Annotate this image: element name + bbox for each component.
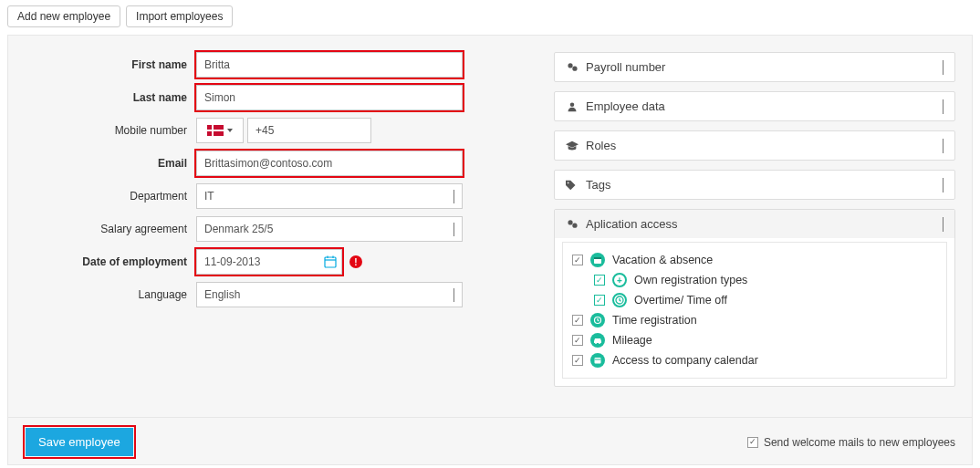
add-employee-button[interactable]: Add new employee	[7, 5, 120, 27]
panel-payroll-number: Payroll number	[554, 52, 955, 82]
chevron-down-icon	[943, 60, 944, 74]
label-date: Date of employment	[25, 255, 196, 268]
plus-circle-icon: +	[612, 273, 627, 287]
access-label: Time registration	[612, 314, 697, 327]
chevron-down-icon	[943, 139, 944, 152]
chevron-down-icon	[943, 178, 944, 192]
panel-title: Tags	[586, 178, 610, 192]
phone-input-group	[196, 118, 371, 143]
main-form-area: First name Last name Mobile number Email…	[7, 35, 973, 418]
date-input-wrap	[196, 249, 342, 275]
save-employee-button[interactable]: Save employee	[26, 428, 133, 456]
save-button-highlight: Save employee	[25, 427, 134, 457]
country-code-selector[interactable]	[196, 118, 244, 143]
label-email: Email	[25, 157, 196, 170]
language-select[interactable]: English	[196, 282, 463, 307]
panel-header-tags[interactable]: Tags	[555, 171, 954, 199]
top-button-bar: Add new employee Import employees	[0, 0, 980, 35]
access-row-calendar: Access to company calendar	[572, 350, 937, 370]
access-label: Overtime/ Time off	[634, 294, 727, 307]
department-value: IT	[204, 190, 214, 203]
first-name-input[interactable]	[196, 52, 463, 78]
svg-point-15	[599, 342, 600, 344]
label-salary: Salary agreement	[25, 223, 196, 235]
footer-bar: Save employee Send welcome mails to new …	[7, 418, 973, 465]
label-first-name: First name	[25, 58, 196, 71]
panel-header-app-access[interactable]: Aplication access	[555, 210, 954, 238]
car-icon	[590, 333, 605, 348]
row-date: Date of employment !	[25, 249, 517, 275]
checkbox-send-welcome[interactable]	[747, 437, 758, 448]
row-first-name: First name	[25, 52, 517, 78]
checkbox-own-reg[interactable]	[594, 275, 605, 286]
panel-application-access: Aplication access Vacation & absence + O…	[554, 209, 955, 387]
access-label: Access to company calendar	[612, 354, 758, 367]
svg-point-14	[595, 342, 597, 344]
access-row-mileage: Mileage	[572, 330, 937, 350]
access-label: Own registration types	[634, 274, 747, 286]
denmark-flag-icon	[207, 125, 224, 136]
svg-point-4	[568, 63, 572, 68]
panel-employee-data: Employee data	[554, 91, 955, 121]
svg-point-5	[572, 67, 577, 71]
panel-header-employee-data[interactable]: Employee data	[555, 92, 954, 120]
label-department: Department	[25, 190, 196, 203]
checkbox-mileage[interactable]	[572, 335, 583, 346]
svg-point-6	[570, 102, 575, 107]
graduation-cap-icon	[566, 140, 579, 151]
chevron-down-icon	[227, 129, 233, 132]
label-mobile: Mobile number	[25, 124, 196, 137]
salary-agreement-select[interactable]: Denmark 25/5	[196, 216, 463, 242]
access-row-own-reg: + Own registration types	[572, 270, 937, 290]
language-value: English	[204, 288, 240, 301]
phone-number-input[interactable]	[247, 118, 371, 143]
panel-title: Employee data	[586, 99, 665, 113]
access-label: Vacation & absence	[612, 254, 713, 266]
department-select[interactable]: IT	[196, 183, 463, 209]
chevron-up-icon	[943, 217, 944, 231]
email-input[interactable]	[196, 151, 463, 176]
vacation-icon	[590, 253, 605, 267]
svg-rect-0	[325, 257, 336, 267]
app-access-body: Vacation & absence + Own registration ty…	[562, 242, 947, 379]
chevron-down-icon	[454, 223, 454, 235]
last-name-input[interactable]	[196, 85, 463, 110]
panel-title: Aplication access	[586, 217, 677, 231]
row-department: Department IT	[25, 183, 517, 209]
label-last-name: Last name	[25, 91, 196, 104]
user-icon	[566, 101, 579, 112]
svg-point-9	[572, 224, 577, 228]
access-row-overtime: Overtime/ Time off	[572, 290, 937, 310]
row-language: Language English	[25, 282, 517, 307]
access-label: Mileage	[612, 334, 652, 347]
panel-header-payroll[interactable]: Payroll number	[555, 53, 954, 81]
access-row-vacation: Vacation & absence	[572, 250, 937, 270]
label-language: Language	[25, 288, 196, 301]
form-left-column: First name Last name Mobile number Email…	[25, 52, 517, 411]
row-last-name: Last name	[25, 85, 517, 110]
send-welcome-row[interactable]: Send welcome mails to new employees	[747, 436, 955, 449]
checkbox-time-reg[interactable]	[572, 315, 583, 326]
panel-title: Payroll number	[586, 60, 665, 74]
date-group: !	[196, 249, 362, 275]
checkbox-overtime[interactable]	[594, 295, 605, 306]
calendar-icon[interactable]	[324, 255, 337, 268]
row-salary: Salary agreement Denmark 25/5	[25, 216, 517, 242]
panel-title: Roles	[586, 139, 616, 152]
svg-point-8	[568, 220, 572, 224]
gears-icon	[566, 218, 579, 230]
gears-icon	[566, 61, 579, 73]
checkbox-vacation[interactable]	[572, 255, 583, 265]
chevron-down-icon	[454, 288, 454, 301]
row-email: Email	[25, 151, 517, 176]
row-mobile: Mobile number	[25, 118, 517, 143]
salary-value: Denmark 25/5	[204, 223, 273, 235]
clock-icon	[612, 293, 627, 307]
panel-header-roles[interactable]: Roles	[555, 131, 954, 160]
tags-icon	[566, 180, 579, 191]
panel-tags: Tags	[554, 170, 955, 200]
svg-rect-16	[595, 358, 601, 364]
date-of-employment-input[interactable]	[196, 249, 342, 275]
checkbox-calendar[interactable]	[572, 355, 583, 366]
import-employees-button[interactable]: Import employees	[126, 5, 233, 27]
